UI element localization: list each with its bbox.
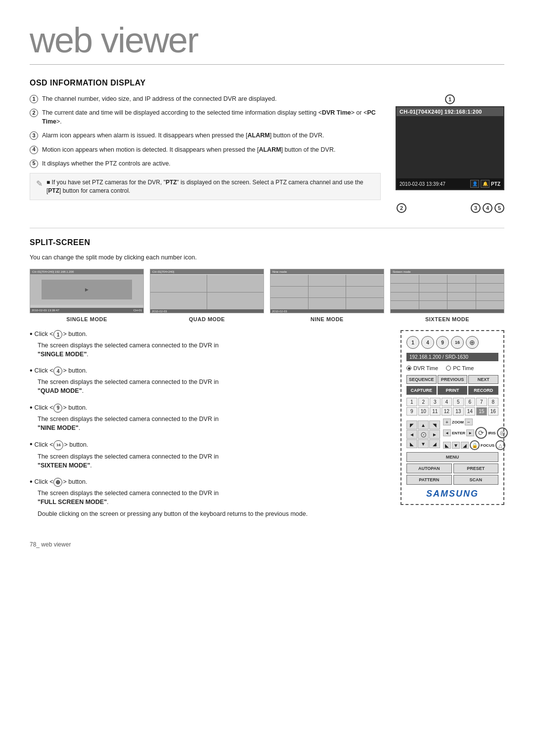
dvr-time-radio[interactable]: DVR Time <box>406 365 438 371</box>
split-item-16-text: Click <16> button. <box>35 440 89 450</box>
mode-label-quad: Quad Mode <box>189 316 225 322</box>
num-16[interactable]: 16 <box>488 407 499 416</box>
split-item-4-text: Click <4> button. <box>35 367 88 376</box>
osd-top-bar: CH-01[704X240] 192:168:1:200 <box>397 107 503 116</box>
ptz-focus-label: FOCUS <box>481 443 494 448</box>
ptz-focus-circle[interactable]: △ <box>495 440 505 450</box>
mode-img-nine: Nine mode 2010-02-03 <box>270 269 384 313</box>
osd-note-text: ■ If you have set PTZ cameras for the DV… <box>46 178 374 195</box>
dvr-time-dot <box>406 366 411 371</box>
osd-badge-5: 5 <box>494 203 504 213</box>
num-13[interactable]: 13 <box>453 407 464 416</box>
mode-btn-4[interactable]: 4 <box>421 336 434 349</box>
mode-nine: Nine mode 2010-02-03 Nine Mode <box>270 269 384 322</box>
ptz-arrow-dl[interactable]: ◣ <box>406 439 417 448</box>
osd-num-3: 3 <box>30 131 38 140</box>
mode-img-sixteen: Sixteen mode <box>390 269 504 313</box>
btn-print[interactable]: PRINT <box>438 386 468 395</box>
ptz-focus-row: ◣ ▼ ◢ 🔒 FOCUS △ <box>443 440 508 450</box>
num-15[interactable]: 15 <box>476 407 487 416</box>
ptz-focus-lock[interactable]: 🔒 <box>470 440 480 450</box>
num-5[interactable]: 5 <box>453 398 464 406</box>
ptz-arrow-ur[interactable]: ◥ <box>429 420 440 429</box>
btn-circle-4: 4 <box>53 367 62 376</box>
num-12[interactable]: 12 <box>442 407 452 416</box>
btn-capture[interactable]: CAPTURE <box>406 386 437 395</box>
split-item-16-desc: The screen displays the selected camera … <box>30 452 386 470</box>
ptz-focus-near[interactable]: ◣ <box>443 442 451 449</box>
bullet-16: • <box>30 440 33 448</box>
num-10[interactable]: 10 <box>418 407 429 416</box>
num-2[interactable]: 2 <box>418 398 429 406</box>
ptz-zoom-minus[interactable]: − <box>465 419 473 425</box>
ptz-focus-far[interactable]: ◢ <box>461 442 469 449</box>
samsung-logo: SAMSUNG <box>406 489 498 499</box>
num-6[interactable]: 6 <box>465 398 476 406</box>
ptz-arrow-dr[interactable]: ◢ <box>429 439 440 448</box>
dvr-time-label: DVR Time <box>413 365 438 371</box>
num-1[interactable]: 1 <box>406 398 417 406</box>
mode-img-single: CH-01[704×240] 192.168.1.200 ▶ 2010-02-0… <box>30 269 144 313</box>
btn-menu[interactable]: MENU <box>406 452 498 462</box>
osd-icons: 👤 🔔 PTZ <box>470 180 500 188</box>
num-9[interactable]: 9 <box>406 407 417 416</box>
pc-time-radio[interactable]: PC Time <box>446 365 474 371</box>
ptz-enter-left[interactable]: ◄ <box>443 429 451 436</box>
btn-record[interactable]: RECORD <box>468 386 498 395</box>
osd-text-4: Motion icon appears when motion is detec… <box>42 145 335 154</box>
num-11[interactable]: 11 <box>430 407 441 416</box>
ptz-zoom-row: + ZOOM − <box>443 419 508 425</box>
ptz-enter-center[interactable]: ⊙ <box>418 430 429 439</box>
split-item-full-header: • Click <⊕> button. <box>30 478 386 487</box>
osd-title: OSD INFORMATION DISPLAY <box>30 79 504 87</box>
btn-autopan[interactable]: AUTOPAN <box>406 463 452 473</box>
split-item-full-desc: The screen displays the selected camera … <box>30 489 386 506</box>
btn-circle-1: 1 <box>53 330 62 339</box>
osd-item-2: 2 The current date and time will be disp… <box>30 108 381 126</box>
btn-sequence[interactable]: SEQUENCE <box>406 375 437 384</box>
single-bottom-bar: 2010-02-03 13:39:47CH-01 <box>30 308 143 313</box>
num-14[interactable]: 14 <box>465 407 476 416</box>
num-4[interactable]: 4 <box>442 398 452 406</box>
mode-btn-16[interactable]: 16 <box>451 336 464 349</box>
btn-preset[interactable]: PRESET <box>453 463 499 473</box>
num-3[interactable]: 3 <box>430 398 441 406</box>
ptz-arrow-left[interactable]: ◄ <box>406 430 417 439</box>
dvr-mode-row: 1 4 9 16 ⊕ <box>406 336 498 349</box>
ptz-arrow-down[interactable]: ▼ <box>418 439 429 448</box>
ptz-arrow-right[interactable]: ► <box>429 430 440 439</box>
note-icon: ✎ <box>36 178 43 195</box>
osd-num-5: 5 <box>30 160 38 168</box>
ptz-focus-down[interactable]: ▼ <box>452 442 460 449</box>
btn-scan[interactable]: SCAN <box>453 475 499 485</box>
num-grid: 1 2 3 4 5 6 7 8 9 10 11 12 13 14 15 16 <box>406 398 498 416</box>
ptz-iris-wheel[interactable]: ⟳ <box>475 427 487 439</box>
osd-right-column: 1 CH-01[704X240] 192:168:1:200 2010-02-0… <box>396 94 504 213</box>
btn-next[interactable]: NEXT <box>468 375 498 384</box>
mode-btn-expand[interactable]: ⊕ <box>466 336 479 349</box>
btn-pattern[interactable]: PATTERN <box>406 475 452 485</box>
ptz-iris-dial[interactable]: ◎ <box>497 427 508 438</box>
osd-section: OSD INFORMATION DISPLAY 1 The channel nu… <box>30 79 504 213</box>
split-item-full-text: Click <⊕> button. <box>35 478 88 487</box>
ptz-arrow-up[interactable]: ▲ <box>418 420 429 429</box>
osd-badge-4: 4 <box>483 203 492 213</box>
osd-badge-group-345: 3 4 5 <box>471 203 504 213</box>
osd-note: ✎ ■ If you have set PTZ cameras for the … <box>30 173 381 201</box>
btn-previous[interactable]: PREVIOUS <box>438 375 468 384</box>
osd-badge-3: 3 <box>471 203 481 213</box>
num-8[interactable]: 8 <box>488 398 499 406</box>
osd-num-1: 1 <box>30 95 38 103</box>
num-7[interactable]: 7 <box>476 398 487 406</box>
osd-icon-person: 👤 <box>470 180 479 188</box>
mode-btn-1[interactable]: 1 <box>406 336 419 349</box>
ptz-zoom-plus[interactable]: + <box>443 419 451 425</box>
mode-btn-9[interactable]: 9 <box>436 336 449 349</box>
ptz-enter-right[interactable]: ► <box>466 429 474 436</box>
mode-img-quad: CH-01[704×240] 2010-02-03 <box>150 269 264 313</box>
osd-bottom-labels: 2 3 4 5 <box>396 203 504 213</box>
ptz-section: ◤ ▲ ◥ ◄ ⊙ ► ◣ ▼ ◢ <box>406 419 498 499</box>
ptz-arrow-ul[interactable]: ◤ <box>406 420 417 429</box>
osd-item-4: 4 Motion icon appears when motion is det… <box>30 145 381 154</box>
dvr-ip-bar: 192.168.1.200 / SRD-1630 <box>406 353 498 361</box>
